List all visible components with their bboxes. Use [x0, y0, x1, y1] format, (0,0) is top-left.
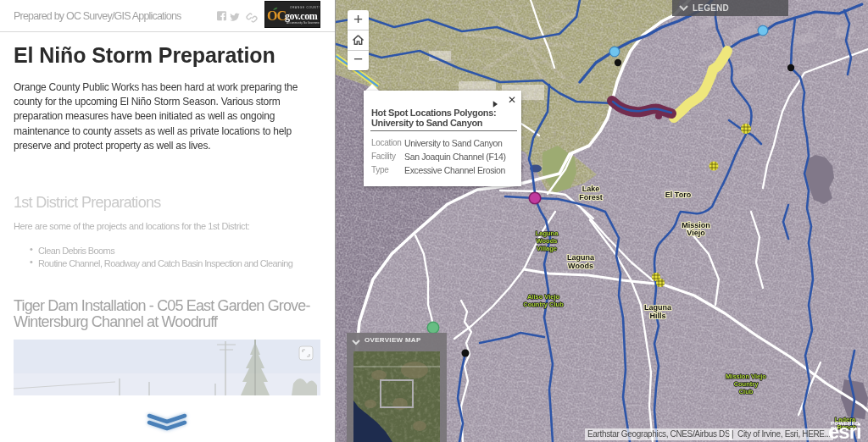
svg-text:Laguna: Laguna — [536, 229, 559, 237]
svg-text:Forest: Forest — [579, 193, 603, 202]
svg-text:Woods: Woods — [568, 262, 593, 270]
svg-text:ORANGE COUNTY: ORANGE COUNTY — [290, 6, 320, 9]
svg-text:All community. No Government.: All community. No Government. — [287, 21, 320, 25]
svg-text:El Toro: El Toro — [665, 191, 692, 199]
svg-text:Lake: Lake — [582, 185, 600, 193]
svg-text:Country: Country — [734, 380, 760, 388]
svg-text:Village: Village — [537, 245, 557, 252]
svg-text:Aliso Viejo: Aliso Viejo — [527, 293, 560, 301]
svg-text:Club: Club — [739, 388, 754, 395]
svg-text:Viejo: Viejo — [687, 229, 705, 237]
svg-text:Mission Viejo: Mission Viejo — [726, 373, 766, 380]
svg-text:OC: OC — [267, 8, 286, 23]
svg-text:Woods: Woods — [537, 237, 558, 245]
svg-text:Hills: Hills — [649, 312, 665, 320]
svg-text:Laguna: Laguna — [567, 253, 595, 262]
svg-text:Laguna: Laguna — [644, 303, 672, 312]
svg-text:Country Club: Country Club — [523, 301, 564, 308]
